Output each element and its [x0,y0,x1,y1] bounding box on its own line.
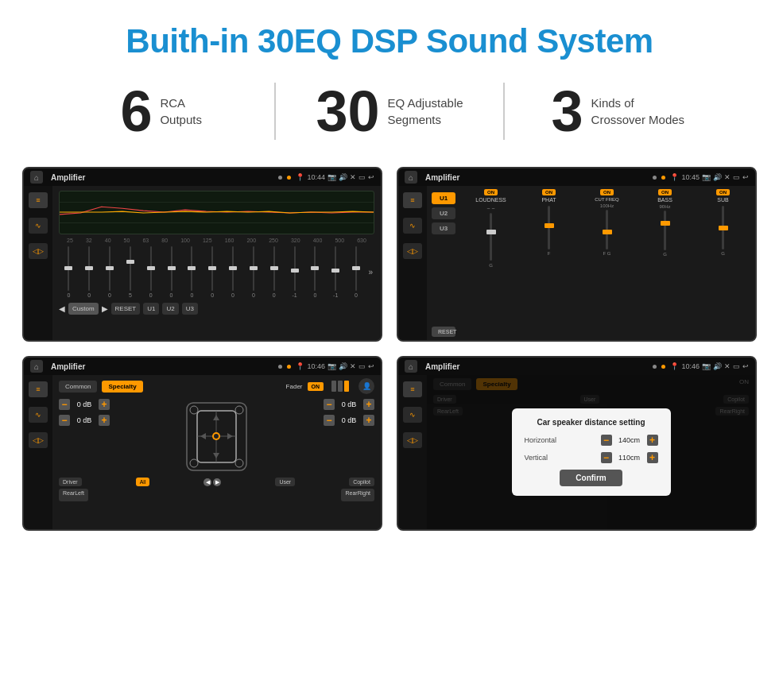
dialog-speaker-icon[interactable]: ◁▷ [403,432,422,448]
wave-icon[interactable]: ∿ [29,218,48,234]
amp-main-area: U1 U2 U3 RESET ON LOUDNESS [427,186,755,340]
db-minus-4[interactable]: − [324,415,335,426]
eq-slider-7[interactable]: 0 [204,246,221,298]
eq-icon[interactable]: ≡ [29,192,48,208]
amp-reset-btn[interactable]: RESET [432,327,455,337]
speaker-icon[interactable]: ◁▷ [29,243,48,259]
statusbar-amp: ⌂ Amplifier 📍 10:45 📷 🔊 ✕ ▭ ↩ [398,168,755,186]
arrow-right-icon[interactable]: ▶ [213,478,221,486]
eq-slider-8[interactable]: 0 [225,246,242,298]
eq-slider-5[interactable]: 0 [163,246,180,298]
arrow-left-icon[interactable]: ◀ [203,478,211,486]
fader-speaker-icon[interactable]: ◁▷ [29,432,48,448]
fader-bottom-row-2: RearLeft RearRight [59,489,374,501]
home-icon-2[interactable]: ⌂ [405,171,417,184]
db-minus-2[interactable]: − [59,415,70,426]
fader-right-controls: − 0 dB + − 0 dB + [324,399,374,474]
btn-copilot[interactable]: Copilot [349,478,374,486]
loudness-toggle[interactable]: ON [484,189,498,195]
dialog-vertical-value-row: − 110cm + [601,452,658,463]
eq-reset-btn[interactable]: RESET [111,303,141,315]
btn-rearright[interactable]: RearRight [341,489,374,501]
home-icon-3[interactable]: ⌂ [30,360,43,373]
sub-slider[interactable] [722,206,724,249]
amp-preset-u2[interactable]: U2 [432,207,455,219]
amp-preset-u3[interactable]: U3 [432,222,455,234]
eq-slider-10[interactable]: 0 [265,246,282,298]
dialog-vertical-label: Vertical [525,454,548,462]
home-icon-4[interactable]: ⌂ [405,360,417,373]
amp-screen-content: ≡ ∿ ◁▷ U1 U2 U3 RESET [398,186,755,340]
btn-all[interactable]: All [136,478,150,486]
amp-wave-icon[interactable]: ∿ [403,218,422,234]
db-plus-3[interactable]: + [363,399,374,410]
home-icon[interactable]: ⌂ [30,171,43,184]
stat-rca-number: 6 [120,83,152,140]
db-plus-4[interactable]: + [363,415,374,426]
db-minus-1[interactable]: − [59,399,70,410]
fader-label: Fader [286,383,303,390]
db-val-1: 0 dB [73,400,95,408]
tab-common[interactable]: Common [59,381,97,393]
bass-slider[interactable] [664,211,666,250]
eq-slider-4[interactable]: 0 [142,246,159,298]
btn-rearleft[interactable]: RearLeft [59,489,88,501]
volume-icon-2: 🔊 [713,173,722,181]
eq-slider-6[interactable]: 0 [184,246,200,298]
btn-driver[interactable]: Driver [59,478,82,486]
db-plus-1[interactable]: + [99,399,110,410]
eq-slider-12[interactable]: 0 [307,246,324,298]
dialog-horizontal-minus[interactable]: − [601,435,612,446]
btn-user[interactable]: User [275,478,295,486]
volume-icon-4: 🔊 [713,362,722,370]
eq-slider-14[interactable]: 0 [348,246,365,298]
fader-on-toggle[interactable]: ON [308,382,324,391]
sub-toggle[interactable]: ON [716,189,730,195]
phat-toggle[interactable]: ON [542,189,556,195]
dialog-eq-icon[interactable]: ≡ [403,381,422,397]
status-dot-5 [278,365,282,369]
eq-u3-btn[interactable]: U3 [182,303,198,315]
eq-slider-0[interactable]: 0 [60,246,77,298]
eq-slider-1[interactable]: 0 [81,246,98,298]
dialog-wave-icon[interactable]: ∿ [403,407,422,423]
fader-wave-icon[interactable]: ∿ [29,407,48,423]
next-arrow[interactable]: ▶ [102,304,108,313]
tab-specialty[interactable]: Specialty [102,381,142,393]
status-icons-2: 📍 10:45 📷 🔊 ✕ ▭ ↩ [670,173,749,181]
stat-eq-number: 30 [316,83,379,140]
amp-preset-u1[interactable]: U1 [432,192,455,204]
eq-slider-13[interactable]: -1 [327,246,344,298]
loudness-slider[interactable] [490,213,492,261]
dialog-vertical-minus[interactable]: − [601,452,612,463]
cutfreq-slider[interactable] [606,210,608,249]
statusbar-fader: ⌂ Amplifier 📍 10:46 📷 🔊 ✕ ▭ ↩ [24,358,381,375]
eq-slider-2[interactable]: 0 [102,246,118,298]
window-icon-3: ▭ [358,362,366,370]
dialog-vertical-plus[interactable]: + [647,452,658,463]
amp-eq-icon[interactable]: ≡ [403,192,422,208]
db-plus-2[interactable]: + [99,415,110,426]
eq-preset-custom[interactable]: Custom [68,303,99,315]
db-minus-3[interactable]: − [324,399,335,410]
phat-slider[interactable] [548,206,550,249]
eq-slider-3[interactable]: 5 [122,246,138,298]
confirm-button[interactable]: Confirm [560,470,622,486]
back-icon-3: ↩ [368,362,374,370]
prev-arrow[interactable]: ◀ [59,304,65,313]
svg-point-8 [214,434,219,439]
db-row-2: − 0 dB + [59,415,110,426]
cutfreq-toggle[interactable]: ON [600,189,614,195]
bass-toggle[interactable]: ON [658,189,672,195]
dialog-sidebar: ≡ ∿ ◁▷ [398,375,427,529]
eq-slider-11[interactable]: -1 [286,246,303,298]
eq-main-area: 253240506380 100125160200250320 40050063… [52,186,381,340]
camera-icon-3: 📷 [327,362,336,370]
eq-slider-9[interactable]: 0 [245,246,262,298]
dialog-horizontal-plus[interactable]: + [647,435,658,446]
amp-speaker-icon[interactable]: ◁▷ [403,243,422,259]
eq-u1-btn[interactable]: U1 [143,303,159,315]
fader-eq-icon[interactable]: ≡ [29,381,48,397]
eq-u2-btn[interactable]: U2 [162,303,178,315]
fader-bottom-row: Driver All ◀ ▶ User Copilot [59,478,374,486]
